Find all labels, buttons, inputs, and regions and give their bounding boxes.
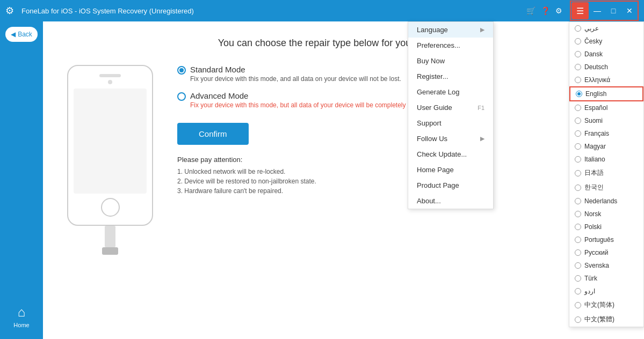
lang-item-it[interactable]: Italiano [569,153,643,166]
note-3: 3. Hardware failure can't be repaired. [177,187,623,195]
advanced-mode-radio[interactable] [177,92,186,101]
lang-item-zh-cn[interactable]: 中文(简体) [569,298,643,312]
back-button[interactable]: ◀ Back [5,27,38,42]
lang-item-fr[interactable]: Français [569,127,643,140]
cart-icon[interactable]: 🛒 [526,6,536,15]
home-page-label: Home Page [417,166,454,174]
lang-radio-sv [575,262,581,269]
minimize-button[interactable]: — [590,3,605,18]
lang-item-hu[interactable]: Magyar [569,140,643,153]
back-arrow-icon: ◀ [11,31,16,38]
lang-radio-ru [575,249,581,256]
confirm-button[interactable]: Confirm [177,123,249,145]
lang-label-de: Deutsch [584,63,608,71]
menu-user-guide[interactable]: User Guide F1 [408,100,493,115]
lang-radio-zh-cn [575,302,581,308]
lang-radio-en [576,91,582,97]
menu-language[interactable]: Language ▶ [408,22,493,38]
buy-now-label: Buy Now [417,57,445,65]
settings-icon[interactable]: ⚙ [555,6,562,15]
lang-radio-es [575,105,581,111]
lang-radio-ja [575,170,581,176]
lang-label-no: Norsk [584,210,601,218]
phone-camera [108,80,112,84]
lang-radio-fi [575,117,581,124]
lang-item-tr[interactable]: Türk [569,272,643,285]
menu-product-page[interactable]: Product Page [408,178,493,193]
home-icon: ⌂ [18,305,26,320]
standard-mode-desc: Fix your device with this mode, and all … [190,75,401,83]
lang-item-cs[interactable]: Česky [569,35,643,48]
follow-us-label: Follow Us [417,135,447,143]
menu-follow-us[interactable]: Follow Us ▶ [408,131,493,146]
phone-speaker [99,74,121,77]
menu-about[interactable]: About... [408,193,493,209]
generate-log-label: Generate Log [417,88,460,96]
lang-item-ko[interactable]: 한국인 [569,180,643,195]
lang-radio-fr [575,130,581,137]
menu-register[interactable]: Register... [408,69,493,84]
back-label: Back [18,31,32,38]
lang-label-pt: Português [584,236,614,244]
phone-connector [102,247,118,255]
lang-item-sv[interactable]: Svenska [569,259,643,272]
maximize-button[interactable]: □ [606,3,621,18]
lang-item-ur[interactable]: اردو [569,285,643,298]
product-page-label: Product Page [417,181,459,189]
lang-label-da: Dansk [584,50,603,58]
lang-item-de[interactable]: Deutsch [569,61,643,73]
lang-label-cs: Česky [584,38,602,45]
close-button[interactable]: ✕ [622,3,637,18]
menu-check-update[interactable]: Check Update... [408,146,493,162]
content-area: Standard Mode Fix your device with this … [64,65,623,255]
lang-radio-it [575,156,581,163]
lang-item-zh-tw[interactable]: 中文(繁體) [569,312,643,327]
menu-button[interactable]: ☰ [571,2,589,19]
lang-label-hu: Magyar [584,143,606,150]
lang-item-es[interactable]: Español [569,101,643,114]
menu-buy-now[interactable]: Buy Now [408,53,493,69]
question-icon[interactable]: ❓ [541,6,550,15]
window-controls: ☰ — □ ✕ [570,1,639,21]
standard-mode-title: Standard Mode [190,65,401,74]
standard-mode-option: Standard Mode Fix your device with this … [177,65,623,83]
dropdown-menu: Language ▶ Preferences... Buy Now Regist… [408,21,494,209]
lang-item-nl[interactable]: Nederlands [569,195,643,208]
app-title: FoneLab for iOS - iOS System Recovery (U… [21,7,194,15]
lang-label-en: English [585,90,606,98]
lang-item-en[interactable]: English [569,86,643,101]
lang-radio-zh-tw [575,316,581,323]
title-bar: ⚙ FoneLab for iOS - iOS System Recovery … [0,0,644,21]
language-submenu: عربيČeskyDanskDeutschΕλληνικάEnglishEspa… [569,21,644,327]
lang-item-fi[interactable]: Suomi [569,114,643,127]
advanced-mode-content: Advanced Mode Fix your device with this … [190,91,429,109]
lang-label-ur: اردو [584,288,595,295]
lang-item-no[interactable]: Norsk [569,208,643,220]
lang-item-pl[interactable]: Polski [569,220,643,233]
home-button[interactable]: ⌂ Home [13,305,29,328]
lang-radio-ar [575,25,581,32]
lang-radio-pt [575,237,581,243]
lang-item-ja[interactable]: 日本語 [569,166,643,180]
options-area: Standard Mode Fix your device with this … [177,65,623,197]
lang-item-el[interactable]: Ελληνικά [569,73,643,86]
lang-label-zh-cn: 中文(简体) [584,300,614,309]
language-label: Language [417,26,448,34]
lang-radio-nl [575,198,581,204]
lang-radio-tr [575,275,581,282]
lang-item-pt[interactable]: Português [569,233,643,246]
toolbar-icons: 🛒 ❓ ⚙ [526,6,562,15]
lang-radio-cs [575,38,581,45]
menu-preferences[interactable]: Preferences... [408,38,493,53]
menu-home-page[interactable]: Home Page [408,162,493,178]
lang-radio-de [575,64,581,70]
lang-label-ar: عربي [584,25,599,32]
about-label: About... [417,197,441,205]
menu-generate-log[interactable]: Generate Log [408,84,493,100]
menu-support[interactable]: Support [408,115,493,131]
lang-item-da[interactable]: Dansk [569,48,643,61]
standard-mode-radio[interactable] [177,66,186,75]
lang-label-tr: Türk [584,275,597,282]
lang-item-ar[interactable]: عربي [569,22,643,35]
lang-item-ru[interactable]: Русский [569,246,643,259]
